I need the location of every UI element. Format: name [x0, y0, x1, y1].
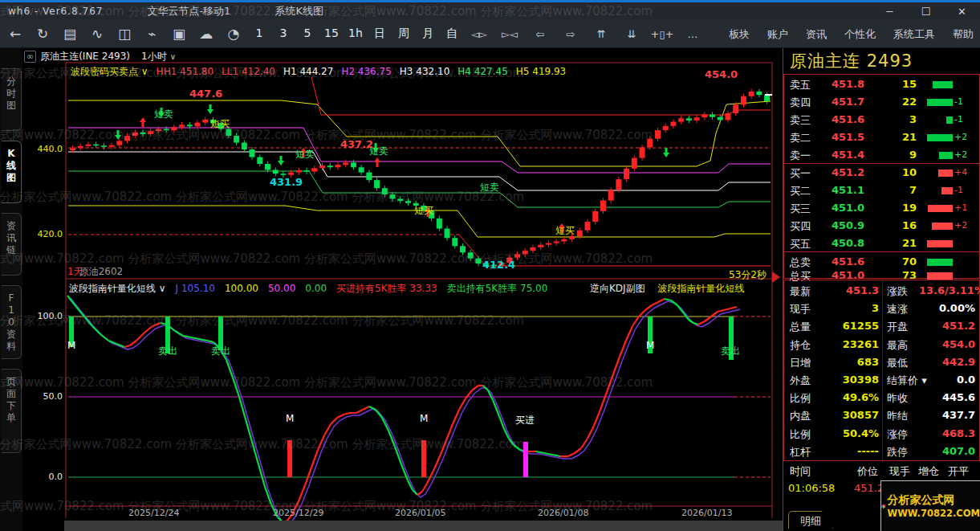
- indicator-name[interactable]: 波段密码买卖点 ∨: [71, 66, 148, 77]
- menu-系统工具[interactable]: 系统工具: [893, 27, 935, 42]
- x-axis-date: 2026/01/05: [395, 508, 445, 518]
- symbol-name[interactable]: 原油主连(INE 2493): [40, 50, 130, 63]
- stat-label: 跌停: [887, 445, 908, 460]
- page-left-icon[interactable]: ⇦: [527, 28, 554, 40]
- symbol-bar[interactable]: ∞ 原油主连(INE 2493) 1小时 ∨: [24, 50, 176, 63]
- maximize-button[interactable]: ☐: [908, 2, 944, 20]
- indicator-value: H4 427.45: [457, 66, 507, 77]
- sub-indicator-header[interactable]: 波段指南针量化短线 ∨J 105.10100.0050.000.00买进持有5K…: [69, 282, 557, 296]
- period-selector[interactable]: 1小时: [141, 50, 167, 63]
- book-delta: +2: [954, 220, 967, 231]
- alert-bell-icon[interactable]: ◔: [222, 26, 246, 42]
- book-level-label: 买二: [790, 184, 811, 198]
- book-row-卖五[interactable]: 卖五451.815: [784, 76, 979, 93]
- titlebar[interactable]: wh6 - Ver6.8.767 文华云节点-移动1 系统K线图 ─ ☐ ✕: [0, 2, 980, 20]
- sub-indicator-name[interactable]: 波段指南针量化短线 ∨: [69, 283, 166, 294]
- stat-value: 23261: [832, 338, 879, 350]
- book-volume: 21: [872, 131, 917, 143]
- book-delta: +2: [954, 132, 967, 142]
- sidebar-tab-资讯链[interactable]: 资讯链: [2, 213, 22, 276]
- titlebar-tab-system-kline[interactable]: 系统K线图: [274, 4, 323, 18]
- book-level-label: 卖一: [790, 149, 811, 163]
- contract-title[interactable]: 原油主连 2493: [790, 50, 913, 72]
- x-axis-date: 2025/12/24: [128, 508, 179, 518]
- stat-label: 最高: [887, 338, 908, 353]
- book-volume: 15: [872, 78, 917, 90]
- book-volume-bar: [927, 240, 953, 247]
- stat-row-杠杆-跌停: 杠杆-----跌停407.0: [784, 443, 979, 460]
- book-row-买一[interactable]: 买一451.210+4: [784, 164, 979, 182]
- svg-text:短卖: 短卖: [480, 182, 499, 193]
- stat-label: 速涨: [887, 302, 908, 317]
- collapse-down-icon[interactable]: ⇊: [618, 28, 645, 40]
- period-button-日[interactable]: 日: [369, 27, 390, 41]
- more-icon[interactable]: …: [679, 28, 706, 40]
- sidebar-tab-分时图[interactable]: 分时图: [2, 68, 22, 131]
- sidebar-tab-K线图[interactable]: K线图: [2, 141, 22, 203]
- add-pane-icon[interactable]: +▯+: [649, 28, 676, 40]
- sub-indicator-value: 卖出持有5K胜率 75.00: [447, 283, 548, 294]
- main-indicator-header[interactable]: 波段密码买卖点 ∨HH1 451.80LL1 412.40H1 444.27H2…: [71, 65, 574, 79]
- book-row-买五[interactable]: 买五450.821: [784, 235, 979, 252]
- refresh-icon[interactable]: ↻: [30, 26, 55, 42]
- menu-个性化[interactable]: 个性化: [844, 27, 876, 42]
- close-button[interactable]: ✕: [944, 2, 980, 20]
- stat-label: 现手: [790, 302, 811, 317]
- stat-row-外盘-结算价: 外盘30398结算价 ▾0.0: [784, 371, 979, 389]
- bar-countdown: 53分2秒: [678, 268, 767, 282]
- book-price: 451.1: [816, 184, 864, 196]
- cloud-sync-icon[interactable]: ☁: [194, 26, 218, 42]
- compress-icon[interactable]: ◅▻: [466, 28, 493, 40]
- period-button-周[interactable]: 周: [393, 27, 414, 41]
- chart-window-icon[interactable]: ▣: [167, 26, 191, 42]
- expand-icon[interactable]: ▻◅: [496, 28, 523, 40]
- period-button-5[interactable]: 5: [297, 27, 318, 41]
- svg-text:短买: 短买: [414, 205, 433, 216]
- sub-indicator-value: 0.00: [305, 283, 327, 294]
- y-axis-price-label: 420.0: [24, 229, 63, 239]
- book-volume-bar: [932, 223, 953, 230]
- menu-帮助[interactable]: 帮助: [953, 27, 974, 42]
- period-button-1h[interactable]: 1h: [345, 27, 366, 41]
- formula-tool-icon[interactable]: ⌁: [140, 26, 164, 42]
- book-row-买二[interactable]: 买二451.17-1: [784, 182, 979, 199]
- period-button-1[interactable]: 1: [249, 27, 270, 41]
- indicator-value: H1 444.27: [283, 66, 333, 77]
- candlestick-icon[interactable]: ◫: [112, 26, 136, 42]
- quote-board-icon[interactable]: ▤: [58, 26, 82, 42]
- minimize-button[interactable]: ─: [872, 2, 908, 20]
- trading-terminal-window: { "window": { "app_title": "wh6 - Ver6.8…: [0, 0, 980, 531]
- titlebar-tab-cloud-node[interactable]: 文华云节点-移动1: [147, 4, 230, 18]
- collapse-up-icon[interactable]: ⇈: [588, 28, 615, 40]
- book-row-买四[interactable]: 买四450.916+2: [784, 217, 979, 235]
- book-row-卖三[interactable]: 卖三451.63-1: [784, 111, 979, 129]
- book-volume-bar: [933, 81, 953, 88]
- chevron-down-icon[interactable]: ∨: [170, 52, 176, 61]
- period-button-3[interactable]: 3: [273, 27, 294, 41]
- menu-资讯[interactable]: 资讯: [806, 27, 827, 42]
- order-book[interactable]: 卖五451.815卖四451.722-1卖三451.63-1卖二451.521+…: [783, 74, 980, 279]
- sidebar-tab-F10资料[interactable]: F10资料: [2, 285, 22, 359]
- sidebar-tab-页面下单[interactable]: 页面下单: [2, 369, 22, 453]
- compass-label: 波段指南针量化短线: [657, 283, 744, 294]
- stat-value: 451.3: [832, 284, 879, 296]
- y-axis-price-label: 440.0: [24, 144, 63, 154]
- trend-line-icon[interactable]: ∿: [85, 26, 109, 42]
- book-level-label: 买五: [790, 237, 811, 251]
- book-row-买三[interactable]: 买三451.019+1: [784, 199, 979, 217]
- period-button-自[interactable]: 自: [441, 27, 462, 41]
- tape-header: 价位: [857, 464, 878, 479]
- book-row-卖二[interactable]: 卖二451.521+2: [784, 129, 979, 146]
- period-button-15[interactable]: 15: [321, 27, 342, 41]
- svg-text:431.9: 431.9: [270, 176, 303, 188]
- book-row-卖四[interactable]: 卖四451.722-1: [784, 93, 979, 111]
- period-button-月[interactable]: 月: [417, 27, 438, 41]
- back-arrow-icon[interactable]: ←: [3, 26, 27, 42]
- menu-账户[interactable]: 账户: [767, 27, 788, 42]
- tape-cell: 451.2: [854, 482, 884, 494]
- book-row-卖一[interactable]: 卖一451.49+2: [784, 146, 979, 164]
- tab-detail[interactable]: 明细: [788, 511, 833, 529]
- menu-板块[interactable]: 板块: [729, 27, 750, 42]
- stat-label: 持仓: [790, 338, 811, 353]
- page-right-icon[interactable]: ⇨: [557, 28, 584, 40]
